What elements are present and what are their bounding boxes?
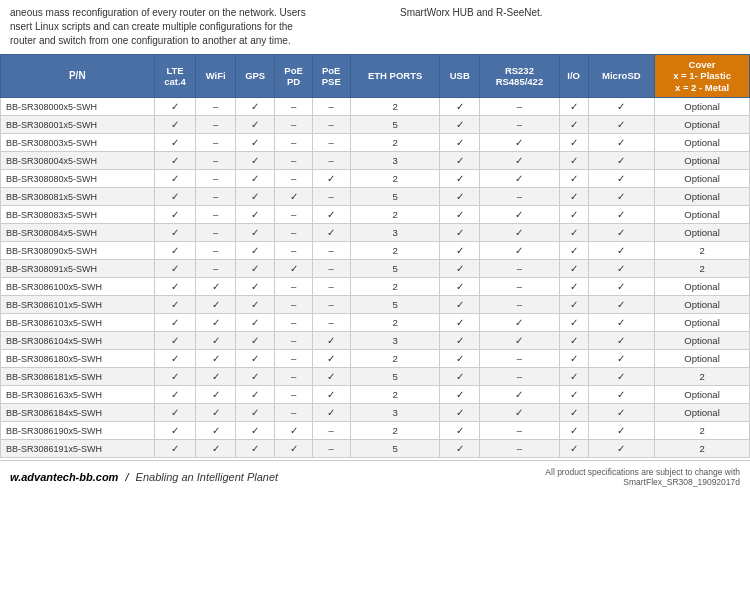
cell-usb: ✓ bbox=[440, 296, 480, 314]
table-row: BB-SR308084x5-SWH✓–✓–✓3✓✓✓✓Optional bbox=[1, 224, 750, 242]
table-row: BB-SR308080x5-SWH✓–✓–✓2✓✓✓✓Optional bbox=[1, 170, 750, 188]
cell-pn: BB-SR308080x5-SWH bbox=[1, 170, 155, 188]
cell-wifi: ✓ bbox=[196, 278, 235, 296]
cell-wifi: – bbox=[196, 242, 235, 260]
cell-gps: ✓ bbox=[235, 224, 275, 242]
cell-pn: BB-SR3086100x5-SWH bbox=[1, 278, 155, 296]
cell-poepse: – bbox=[312, 422, 350, 440]
cell-io: ✓ bbox=[559, 170, 588, 188]
table-row: BB-SR3086191x5-SWH✓✓✓✓–5✓–✓✓2 bbox=[1, 440, 750, 458]
cell-pn: BB-SR308081x5-SWH bbox=[1, 188, 155, 206]
cell-eth: 5 bbox=[350, 368, 440, 386]
cell-cover: Optional bbox=[655, 278, 750, 296]
cell-usb: ✓ bbox=[440, 440, 480, 458]
cell-lte: ✓ bbox=[154, 188, 196, 206]
cell-poepse: – bbox=[312, 152, 350, 170]
cell-gps: ✓ bbox=[235, 332, 275, 350]
cell-wifi: ✓ bbox=[196, 422, 235, 440]
cell-pn: BB-SR3086180x5-SWH bbox=[1, 350, 155, 368]
cell-lte: ✓ bbox=[154, 152, 196, 170]
cell-wifi: ✓ bbox=[196, 404, 235, 422]
cell-rs232: ✓ bbox=[480, 152, 560, 170]
cell-eth: 2 bbox=[350, 98, 440, 116]
cell-usb: ✓ bbox=[440, 404, 480, 422]
cell-usb: ✓ bbox=[440, 386, 480, 404]
cell-lte: ✓ bbox=[154, 386, 196, 404]
header-lte: LTEcat.4 bbox=[154, 55, 196, 98]
cell-microsd: ✓ bbox=[588, 242, 655, 260]
cell-eth: 5 bbox=[350, 188, 440, 206]
cell-usb: ✓ bbox=[440, 278, 480, 296]
cell-wifi: ✓ bbox=[196, 296, 235, 314]
table-row: BB-SR308004x5-SWH✓–✓––3✓✓✓✓Optional bbox=[1, 152, 750, 170]
cell-gps: ✓ bbox=[235, 404, 275, 422]
header-poepse: PoEPSE bbox=[312, 55, 350, 98]
cell-cover: 2 bbox=[655, 422, 750, 440]
cell-usb: ✓ bbox=[440, 242, 480, 260]
cell-io: ✓ bbox=[559, 350, 588, 368]
cell-microsd: ✓ bbox=[588, 224, 655, 242]
cell-gps: ✓ bbox=[235, 260, 275, 278]
top-text-section: aneous mass reconfiguration of every rou… bbox=[0, 0, 750, 54]
cell-io: ✓ bbox=[559, 206, 588, 224]
cell-usb: ✓ bbox=[440, 314, 480, 332]
cell-io: ✓ bbox=[559, 98, 588, 116]
cell-eth: 2 bbox=[350, 422, 440, 440]
cell-cover: Optional bbox=[655, 134, 750, 152]
cell-microsd: ✓ bbox=[588, 98, 655, 116]
cell-poepd: – bbox=[275, 296, 312, 314]
table-row: BB-SR308091x5-SWH✓–✓✓–5✓–✓✓2 bbox=[1, 260, 750, 278]
cell-poepse: ✓ bbox=[312, 332, 350, 350]
cell-pn: BB-SR3086163x5-SWH bbox=[1, 386, 155, 404]
cell-rs232: ✓ bbox=[480, 242, 560, 260]
cell-io: ✓ bbox=[559, 332, 588, 350]
cell-lte: ✓ bbox=[154, 170, 196, 188]
cell-usb: ✓ bbox=[440, 134, 480, 152]
cell-pn: BB-SR3086190x5-SWH bbox=[1, 422, 155, 440]
cell-pn: BB-SR3086191x5-SWH bbox=[1, 440, 155, 458]
header-io: I/O bbox=[559, 55, 588, 98]
cell-eth: 5 bbox=[350, 440, 440, 458]
top-col2: SmartWorx HUB and R-SeeNet. bbox=[400, 6, 740, 48]
cell-cover: Optional bbox=[655, 116, 750, 134]
header-eth: ETH PORTS bbox=[350, 55, 440, 98]
cell-wifi: – bbox=[196, 98, 235, 116]
cell-poepse: – bbox=[312, 116, 350, 134]
header-pn: P/N bbox=[1, 55, 155, 98]
cell-cover: Optional bbox=[655, 224, 750, 242]
cell-usb: ✓ bbox=[440, 98, 480, 116]
cell-microsd: ✓ bbox=[588, 314, 655, 332]
cell-rs232: ✓ bbox=[480, 386, 560, 404]
cell-io: ✓ bbox=[559, 278, 588, 296]
cell-wifi: – bbox=[196, 134, 235, 152]
table-row: BB-SR308081x5-SWH✓–✓✓–5✓–✓✓Optional bbox=[1, 188, 750, 206]
cell-eth: 2 bbox=[350, 278, 440, 296]
cell-microsd: ✓ bbox=[588, 170, 655, 188]
cell-poepse: – bbox=[312, 278, 350, 296]
footer-site[interactable]: w.advantech-bb.com bbox=[10, 471, 118, 483]
cell-gps: ✓ bbox=[235, 98, 275, 116]
footer-note2: SmartFlex_SR308_19092017d bbox=[545, 477, 740, 487]
cell-rs232: ✓ bbox=[480, 224, 560, 242]
cell-usb: ✓ bbox=[440, 206, 480, 224]
cell-poepd: ✓ bbox=[275, 188, 312, 206]
cell-gps: ✓ bbox=[235, 170, 275, 188]
cell-rs232: ✓ bbox=[480, 170, 560, 188]
footer-tagline: Enabling an Intelligent Planet bbox=[136, 471, 279, 483]
cell-lte: ✓ bbox=[154, 314, 196, 332]
table-row: BB-SR3086181x5-SWH✓✓✓–✓5✓–✓✓2 bbox=[1, 368, 750, 386]
cell-usb: ✓ bbox=[440, 224, 480, 242]
cell-rs232: ✓ bbox=[480, 404, 560, 422]
cell-pn: BB-SR308083x5-SWH bbox=[1, 206, 155, 224]
cell-poepd: – bbox=[275, 170, 312, 188]
cell-io: ✓ bbox=[559, 368, 588, 386]
cell-microsd: ✓ bbox=[588, 368, 655, 386]
cell-wifi: – bbox=[196, 170, 235, 188]
cell-poepse: – bbox=[312, 134, 350, 152]
cell-poepd: ✓ bbox=[275, 422, 312, 440]
cell-pn: BB-SR308001x5-SWH bbox=[1, 116, 155, 134]
header-wifi: WiFi bbox=[196, 55, 235, 98]
cell-gps: ✓ bbox=[235, 368, 275, 386]
cell-io: ✓ bbox=[559, 422, 588, 440]
cell-rs232: – bbox=[480, 188, 560, 206]
